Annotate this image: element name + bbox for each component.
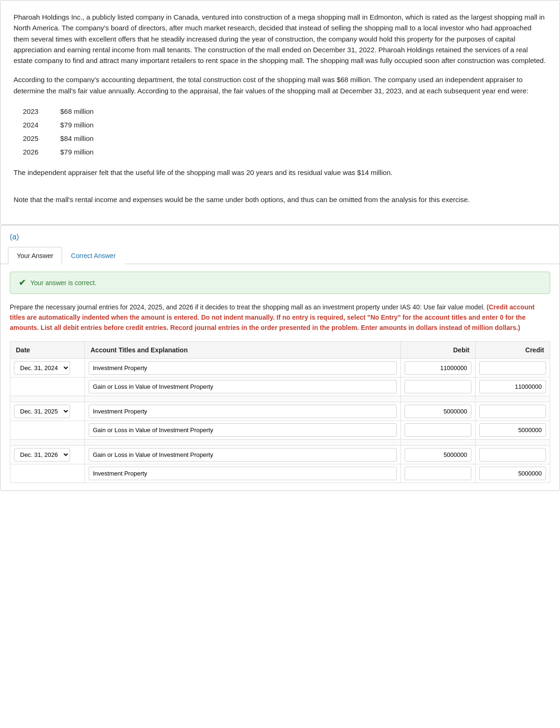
- account-input-2-1[interactable]: [89, 467, 397, 480]
- date-select-2[interactable]: Dec. 31, 2026: [14, 448, 70, 462]
- date-wrapper-2: Dec. 31, 2026: [14, 448, 81, 462]
- date-cell-2-1: [10, 464, 85, 483]
- debit-input-2-0[interactable]: [405, 448, 471, 462]
- journal-table: Date Account Titles and Explanation Debi…: [10, 341, 550, 483]
- answer-section: (a) Your Answer Correct Answer ✔ Your an…: [0, 225, 560, 491]
- check-icon: ✔: [19, 278, 26, 288]
- problem-text: Pharoah Holdings Inc., a publicly listed…: [14, 12, 546, 205]
- credit-input-1-1[interactable]: [479, 423, 546, 437]
- debit-cell-2-1: [401, 464, 476, 483]
- fv-value-2023: $68 million: [60, 107, 94, 115]
- fv-value-2024: $79 million: [60, 121, 94, 129]
- fv-year-2026: 2026: [23, 148, 46, 156]
- date-cell-2-0: Dec. 31, 2026: [10, 446, 85, 464]
- table-row: [10, 378, 550, 396]
- debit-input-0-0[interactable]: [405, 361, 471, 375]
- table-row: Dec. 31, 2025: [10, 402, 550, 421]
- credit-cell-0-0: [476, 359, 550, 378]
- fv-year-2023: 2023: [23, 107, 46, 115]
- table-row: [10, 464, 550, 483]
- date-cell-0-1: [10, 378, 85, 396]
- debit-cell-1-1: [401, 421, 476, 440]
- problem-section: Pharoah Holdings Inc., a publicly listed…: [0, 0, 560, 225]
- credit-input-0-1[interactable]: [479, 380, 546, 393]
- debit-cell-2-0: [401, 446, 476, 464]
- table-row: [10, 421, 550, 440]
- debit-input-1-1[interactable]: [405, 423, 471, 437]
- date-wrapper-1: Dec. 31, 2025: [14, 405, 81, 418]
- credit-cell-2-1: [476, 464, 550, 483]
- credit-input-2-0[interactable]: [479, 448, 546, 462]
- account-input-0-0[interactable]: [89, 361, 397, 375]
- account-cell-2-0: [85, 446, 401, 464]
- tab-correct-answer[interactable]: Correct Answer: [62, 247, 125, 264]
- fv-row-2026: 2026 $79 million: [23, 145, 546, 159]
- fv-year-2024: 2024: [23, 121, 46, 129]
- fv-row-2025: 2025 $84 million: [23, 132, 546, 145]
- credit-cell-1-1: [476, 421, 550, 440]
- tabs-container: Your Answer Correct Answer: [0, 247, 560, 264]
- account-cell-1-0: [85, 402, 401, 421]
- credit-input-2-1[interactable]: [479, 467, 546, 480]
- debit-cell-0-0: [401, 359, 476, 378]
- tab-content: ✔ Your answer is correct. Prepare the ne…: [0, 264, 560, 490]
- header-account: Account Titles and Explanation: [85, 342, 401, 359]
- account-input-0-1[interactable]: [89, 380, 397, 393]
- fair-values-table: 2023 $68 million 2024 $79 million 2025 $…: [23, 105, 546, 159]
- date-select-0[interactable]: Dec. 31, 2024: [14, 361, 70, 375]
- header-debit: Debit: [401, 342, 476, 359]
- credit-input-0-0[interactable]: [479, 361, 546, 375]
- debit-input-1-0[interactable]: [405, 405, 471, 418]
- credit-cell-0-1: [476, 378, 550, 396]
- debit-cell-0-1: [401, 378, 476, 396]
- table-header-row: Date Account Titles and Explanation Debi…: [10, 342, 550, 359]
- account-input-1-1[interactable]: [89, 423, 397, 437]
- date-wrapper-0: Dec. 31, 2024: [14, 361, 81, 375]
- paragraph-1: Pharoah Holdings Inc., a publicly listed…: [14, 12, 546, 66]
- fv-value-2026: $79 million: [60, 148, 94, 156]
- debit-cell-1-0: [401, 402, 476, 421]
- table-row: Dec. 31, 2026: [10, 446, 550, 464]
- fv-row-2024: 2024 $79 million: [23, 118, 546, 132]
- credit-cell-2-0: [476, 446, 550, 464]
- fv-year-2025: 2025: [23, 134, 46, 142]
- paragraph-4: Note that the mall's rental income and e…: [14, 194, 546, 205]
- date-select-1[interactable]: Dec. 31, 2025: [14, 405, 70, 418]
- account-cell-1-1: [85, 421, 401, 440]
- separator-row: [10, 396, 550, 402]
- paragraph-3: The independent appraiser felt that the …: [14, 167, 546, 178]
- account-cell-2-1: [85, 464, 401, 483]
- account-cell-0-1: [85, 378, 401, 396]
- debit-input-2-1[interactable]: [405, 467, 471, 480]
- tab-your-answer[interactable]: Your Answer: [8, 247, 62, 264]
- fv-value-2025: $84 million: [60, 134, 94, 142]
- credit-input-1-0[interactable]: [479, 405, 546, 418]
- date-cell-1-1: [10, 421, 85, 440]
- account-input-1-0[interactable]: [89, 405, 397, 418]
- banner-message: Your answer is correct.: [30, 279, 97, 287]
- header-date: Date: [10, 342, 85, 359]
- credit-cell-1-0: [476, 402, 550, 421]
- part-label: (a): [0, 225, 560, 247]
- date-cell-1-0: Dec. 31, 2025: [10, 402, 85, 421]
- separator-row: [10, 440, 550, 446]
- instructions: Prepare the necessary journal entries fo…: [10, 302, 550, 333]
- table-row: Dec. 31, 2024: [10, 359, 550, 378]
- debit-input-0-1[interactable]: [405, 380, 471, 393]
- paragraph-2: According to the company's accounting de…: [14, 74, 546, 96]
- instructions-prefix: Prepare the necessary journal entries fo…: [10, 303, 485, 311]
- correct-banner: ✔ Your answer is correct.: [10, 272, 550, 294]
- date-cell-0-0: Dec. 31, 2024: [10, 359, 85, 378]
- header-credit: Credit: [476, 342, 550, 359]
- account-input-2-0[interactable]: [89, 448, 397, 462]
- fv-row-2023: 2023 $68 million: [23, 105, 546, 118]
- account-cell-0-0: [85, 359, 401, 378]
